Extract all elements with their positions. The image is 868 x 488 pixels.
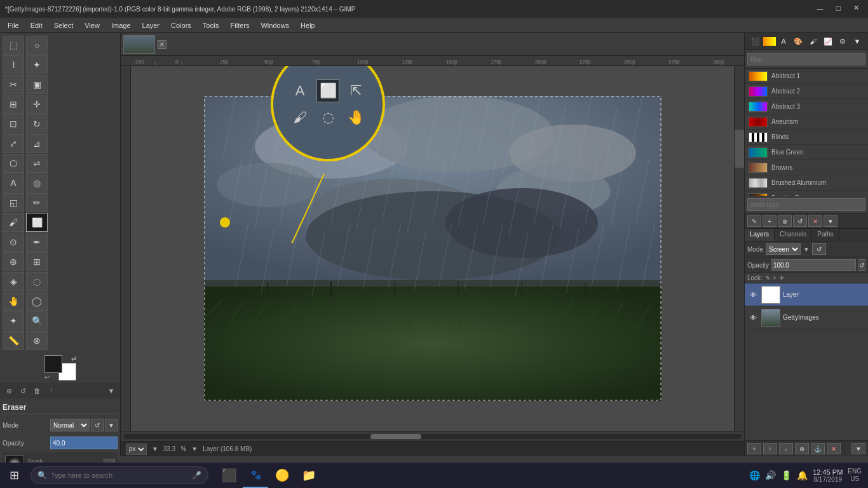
tool-dodge-burn[interactable]: ◯ (26, 292, 48, 311)
tab-channels[interactable]: Channels (775, 229, 812, 241)
delete-gradient-btn[interactable]: ✕ (808, 215, 822, 227)
gradient-item-browns[interactable]: Browns (745, 160, 868, 175)
brush-list-icon[interactable]: 🖌 (806, 36, 820, 47)
lock-position[interactable]: ✛ (779, 274, 784, 281)
menu-file[interactable]: File (3, 20, 24, 30)
close-image[interactable]: ✕ (158, 40, 166, 49)
pattern-icon[interactable]: ⬛ (749, 36, 763, 47)
menu-tools[interactable]: Tools (198, 20, 224, 30)
menu-filters[interactable]: Filters (226, 20, 255, 30)
dynamics-icon[interactable]: 📈 (821, 36, 835, 47)
lock-alpha[interactable]: + (773, 274, 776, 281)
taskbar-volume-icon[interactable]: 🔊 (765, 470, 776, 480)
tool-ink[interactable]: ✒ (26, 233, 48, 252)
anchor-layer-ctrl-btn[interactable]: ⚓ (811, 443, 825, 454)
tool-fuzzy-select[interactable]: ✦ (26, 55, 48, 74)
layer-row-gettyimages[interactable]: 👁 GettyImages (745, 306, 868, 329)
options-layer-ctrl-btn[interactable]: ▼ (851, 443, 865, 454)
taskbar-battery-icon[interactable]: 🔋 (781, 470, 792, 480)
tool-color-picker[interactable]: ✦ (3, 311, 24, 330)
gradient-item-abstract3[interactable]: Abstract 3 (745, 99, 868, 114)
menu-select[interactable]: Select (49, 20, 79, 30)
mode-select[interactable]: Normal (50, 419, 90, 431)
gradient-item-abstract1[interactable]: Abstract 1 (745, 69, 868, 84)
raise-layer-ctrl-btn[interactable]: ↑ (763, 443, 777, 454)
expand-tool-options[interactable]: ▼ (105, 384, 118, 397)
layer-visibility-gettyimages[interactable]: 👁 (747, 312, 759, 323)
horizontal-scrollbar[interactable] (121, 431, 744, 441)
gradient-item-burningpaper[interactable]: Burning Paper (745, 191, 868, 196)
layer-row-layer[interactable]: 👁 Layer (745, 283, 868, 306)
configure-options[interactable]: ⋮ (44, 384, 57, 397)
tab-paths[interactable]: Paths (812, 229, 839, 241)
taskbar-app-explorer[interactable]: 📁 (296, 463, 322, 488)
foreground-color[interactable] (44, 355, 62, 373)
tool-foreground-select[interactable]: ▣ (26, 75, 48, 94)
vscroll-thumb[interactable] (735, 130, 744, 168)
close-btn[interactable]: ✕ (850, 3, 863, 15)
duplicate-layer-ctrl-btn[interactable]: ⊕ (795, 443, 809, 454)
expand-right[interactable]: ▼ (850, 36, 864, 47)
opacity-value-layers[interactable] (771, 259, 856, 271)
taskbar-network-icon[interactable]: 🌐 (749, 470, 760, 480)
refresh-gradient-btn[interactable]: ↺ (793, 215, 807, 227)
palette-icon[interactable]: 🎨 (791, 36, 805, 47)
zoom-dropdown[interactable]: ▼ (191, 445, 198, 452)
unit-select[interactable]: px (126, 444, 147, 455)
new-gradient-btn[interactable]: + (763, 215, 776, 227)
tool-measure[interactable]: 📏 (3, 331, 24, 350)
taskbar-app-taskview[interactable]: ⬛ (216, 463, 241, 488)
menu-colors[interactable]: Colors (166, 20, 196, 30)
gradient-item-blinds[interactable]: Blinds (745, 130, 868, 145)
minimize-btn[interactable]: ─ (813, 3, 827, 15)
tool-text[interactable]: A (3, 173, 24, 193)
layers-mode-select[interactable]: Screen Normal (766, 243, 801, 255)
tab-layers[interactable]: Layers (745, 229, 775, 241)
tool-rotate[interactable]: ↻ (26, 114, 48, 133)
tool-airbrush[interactable]: ⊙ (3, 233, 24, 252)
tool-free-select[interactable]: ⌇ (3, 55, 24, 74)
delete-layer-ctrl-btn[interactable]: ✕ (827, 443, 841, 454)
tags-input[interactable] (747, 198, 865, 211)
tool-smudge[interactable]: 🤚 (3, 292, 24, 311)
font-icon[interactable]: A (776, 36, 790, 47)
taskbar-app-chrome[interactable]: 🟡 (269, 463, 295, 488)
mode-options[interactable]: ▼ (105, 419, 118, 431)
tool-move[interactable]: ✛ (26, 95, 48, 114)
menu-view[interactable]: View (79, 20, 105, 30)
taskbar-app-gimp[interactable]: 🐾 (243, 463, 268, 488)
tool-clone[interactable]: ⊕ (3, 252, 24, 271)
lower-layer-ctrl-btn[interactable]: ↓ (779, 443, 793, 454)
maximize-btn[interactable]: □ (832, 3, 844, 15)
duplicate-gradient-btn[interactable]: ⊕ (778, 215, 792, 227)
search-bar[interactable]: 🔍 🎤 (31, 466, 208, 484)
reset-colors[interactable]: ↩ (44, 374, 50, 381)
search-input[interactable] (51, 471, 188, 479)
tool-bucket-fill[interactable]: ◎ (26, 173, 48, 193)
tool-eraser[interactable]: ⬜ (26, 213, 48, 232)
gradient-item-aneurism[interactable]: Aneurism (745, 114, 868, 130)
tool-blend[interactable]: ◱ (3, 193, 24, 212)
tool-zoom[interactable]: 🔍 (26, 311, 48, 330)
mode-reset-btn[interactable]: ↺ (812, 243, 826, 255)
mode-reset[interactable]: ↺ (91, 419, 104, 431)
more-options-btn[interactable]: ▼ (824, 215, 837, 227)
edit-gradient-btn[interactable]: ✎ (747, 215, 761, 227)
new-layer-ctrl-btn[interactable]: + (747, 443, 761, 454)
lock-pixels[interactable]: ✎ (765, 274, 770, 281)
delete-preset[interactable]: 🗑 (31, 384, 43, 397)
clock[interactable]: 12:45 PM 8/17/2019 (813, 468, 843, 483)
tool-flip[interactable]: ⇌ (26, 154, 48, 173)
tool-align[interactable]: ⊞ (3, 95, 24, 114)
hscroll-thumb[interactable] (370, 434, 421, 439)
tool-scale[interactable]: ⤢ (3, 134, 24, 153)
tool-blur-sharpen[interactable]: ◌ (26, 272, 48, 291)
menu-help[interactable]: Help (295, 20, 320, 30)
menu-edit[interactable]: Edit (25, 20, 48, 30)
restore-preset[interactable]: ↺ (17, 384, 29, 397)
canvas-viewport[interactable]: A ⬜ ⇱ 🖌 ◌ 🤚 (131, 66, 734, 431)
gradient-item-bluegreen[interactable]: Blue Green (745, 145, 868, 160)
gradient-icon[interactable] (763, 37, 776, 46)
start-button[interactable]: ⊞ (0, 463, 28, 488)
vertical-scrollbar[interactable] (734, 66, 744, 431)
